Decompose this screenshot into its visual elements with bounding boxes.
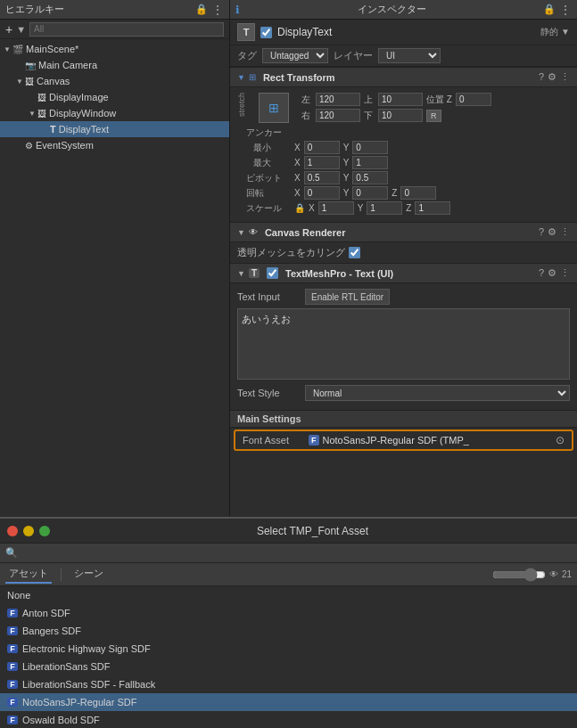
- tmp-more-icon[interactable]: ⋮: [560, 267, 570, 279]
- min-x-input[interactable]: [304, 141, 340, 154]
- enable-rtl-button[interactable]: Enable RTL Editor: [305, 289, 390, 305]
- y-label3: Y: [343, 173, 350, 183]
- scale-xyz: 🔒 X Y Z: [294, 201, 450, 215]
- tree-item-eventsystem[interactable]: ⚙ EventSystem: [0, 137, 229, 153]
- tree-item-displaytext[interactable]: T DisplayText: [0, 121, 229, 137]
- tmp-header[interactable]: ▼ T TextMeshPro - Text (UI) ? ⚙ ⋮: [230, 263, 577, 283]
- f-badge: F: [7, 716, 18, 724]
- tree-item-maincamera[interactable]: 📷 Main Camera: [0, 57, 229, 73]
- min-y-input[interactable]: [352, 141, 388, 154]
- size-slider[interactable]: [492, 568, 546, 582]
- object-enabled-checkbox[interactable]: [260, 27, 272, 38]
- tree-item-displaywindow[interactable]: ▼ 🖼 DisplayWindow: [0, 105, 229, 121]
- more-icon[interactable]: ⋮: [560, 71, 570, 83]
- rot-z-input[interactable]: [400, 186, 436, 200]
- tree-item-mainscene[interactable]: ▼ 🎬 MainScene*: [0, 41, 229, 57]
- top-input[interactable]: [378, 93, 423, 106]
- max-x-input[interactable]: [304, 156, 340, 169]
- f-badge: F: [7, 644, 18, 653]
- font-asset-select-btn[interactable]: ⊙: [556, 434, 565, 446]
- cr-section-icons: ? ⚙ ⋮: [539, 226, 570, 238]
- list-item-none[interactable]: None: [0, 586, 577, 604]
- cr-expand-icon: ▼: [237, 228, 245, 237]
- tab-scene[interactable]: シーン: [70, 565, 107, 584]
- layer-dropdown[interactable]: UI: [378, 48, 441, 63]
- eventsystem-icon: ⚙: [25, 141, 33, 151]
- pivot-y-input[interactable]: [352, 171, 388, 184]
- right-input[interactable]: [316, 109, 360, 122]
- pos-z-label: 位置 Z: [426, 94, 452, 106]
- tag-dropdown[interactable]: Untagged: [262, 48, 328, 63]
- popup-maximize-button[interactable]: [39, 526, 50, 536]
- add-button[interactable]: +: [5, 23, 12, 36]
- hierarchy-tree: ▼ 🎬 MainScene* 📷 Main Camera ▼ 🖼 Canvas …: [0, 39, 229, 517]
- stretch-box[interactable]: ⊞: [259, 93, 289, 123]
- cr-settings-icon[interactable]: ⚙: [548, 226, 556, 238]
- tree-item-canvas[interactable]: ▼ 🖼 Canvas: [0, 73, 229, 89]
- pivot-xy: X Y: [294, 171, 388, 184]
- object-header: T DisplayText 静的 ▼: [230, 20, 577, 45]
- menu-icon[interactable]: ⋮: [211, 3, 224, 17]
- tmp-t-icon: T: [249, 268, 260, 278]
- cr-question-icon[interactable]: ?: [539, 226, 544, 238]
- popup-title: Select TMP_Font Asset: [55, 525, 570, 537]
- rot-x-input[interactable]: [304, 186, 340, 200]
- list-item-bangers[interactable]: F Bangers SDF: [0, 622, 577, 640]
- list-item-electronic[interactable]: F Electronic Highway Sign SDF: [0, 640, 577, 658]
- search-input[interactable]: [29, 22, 224, 37]
- cr-more-icon[interactable]: ⋮: [560, 226, 570, 238]
- scale-y-input[interactable]: [367, 201, 402, 215]
- y-label2: Y: [343, 158, 350, 168]
- sx-label: X: [309, 203, 315, 213]
- tmp-settings-icon[interactable]: ⚙: [548, 267, 556, 279]
- rotation-label: 回転: [246, 187, 291, 200]
- max-y-input[interactable]: [352, 156, 388, 169]
- popup-search-input[interactable]: [21, 548, 572, 559]
- text-input-row: Text Input Enable RTL Editor: [237, 289, 570, 305]
- rotation-row: 回転 X Y Z: [246, 186, 570, 200]
- eye-icon: 👁: [549, 569, 558, 579]
- tab-asset[interactable]: アセット: [5, 565, 52, 584]
- pivot-x-input[interactable]: [304, 171, 340, 184]
- list-item-liberationsans[interactable]: F LiberationSans SDF: [0, 658, 577, 675]
- anchor-max-xy: X Y: [294, 156, 388, 169]
- list-item-noto[interactable]: F NotoSansJP-Regular SDF: [0, 693, 577, 711]
- text-style-label: Text Style: [237, 388, 300, 398]
- canvas-renderer-body: 透明メッシュをカリング: [230, 242, 577, 263]
- pos-z-input[interactable]: [456, 93, 491, 106]
- tab-divider: [61, 568, 62, 581]
- bottom-input[interactable]: [378, 109, 423, 122]
- r-button[interactable]: R: [426, 110, 441, 122]
- tree-item-displayimage[interactable]: 🖼 DisplayImage: [0, 89, 229, 105]
- rot-y-input[interactable]: [352, 186, 388, 200]
- transform-icon: ⊞: [249, 72, 256, 82]
- text-content-area[interactable]: あいうえお: [237, 308, 570, 380]
- rect-transform-header[interactable]: ▼ ⊞ Rect Transform ? ⚙ ⋮: [230, 67, 577, 87]
- static-label[interactable]: 静的 ▼: [540, 26, 570, 38]
- list-item-anton[interactable]: F Anton SDF: [0, 604, 577, 622]
- object-icon: T: [237, 23, 255, 41]
- canvas-renderer-header[interactable]: ▼ 👁 Canvas Renderer ? ⚙ ⋮: [230, 222, 577, 242]
- cull-checkbox[interactable]: [349, 247, 360, 258]
- tmp-question-icon[interactable]: ?: [539, 267, 544, 279]
- list-item-oswald[interactable]: F Oswald Bold SDF: [0, 711, 577, 728]
- question-icon[interactable]: ?: [539, 71, 544, 83]
- font-asset-label: Font Asset: [243, 435, 305, 446]
- tree-label: Main Camera: [38, 60, 97, 70]
- menu-icon[interactable]: ⋮: [559, 3, 572, 17]
- scale-x-input[interactable]: [318, 201, 354, 215]
- tmp-enabled-checkbox[interactable]: [267, 267, 278, 279]
- text-style-select[interactable]: Normal: [305, 385, 570, 401]
- popup-close-button[interactable]: [7, 526, 18, 536]
- text-input-label: Text Input: [237, 291, 300, 302]
- settings-icon[interactable]: ⚙: [548, 71, 556, 83]
- popup-minimize-button[interactable]: [23, 526, 34, 536]
- item-label: Bangers SDF: [22, 626, 81, 636]
- main-settings-header: Main Settings: [230, 410, 577, 428]
- list-item-liberationsans-fallback[interactable]: F LiberationSans SDF - Fallback: [0, 675, 577, 693]
- f-badge: F: [7, 680, 18, 689]
- scale-z-input[interactable]: [415, 201, 450, 215]
- arrow-down-icon[interactable]: ▼: [16, 24, 26, 35]
- left-input[interactable]: [316, 93, 360, 106]
- text-icon: T: [50, 124, 56, 135]
